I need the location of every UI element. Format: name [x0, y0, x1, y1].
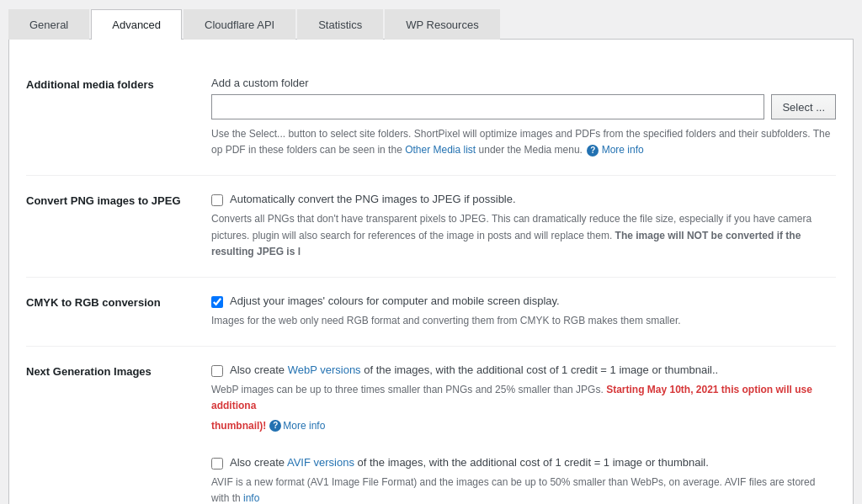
webp-checkbox-row: Also create WebP versions of the images,… [211, 363, 836, 377]
select-button[interactable]: Select ... [771, 94, 836, 119]
tab-advanced[interactable]: Advanced [91, 9, 182, 40]
tab-cloudflare[interactable]: Cloudflare API [184, 9, 295, 40]
section-additional-media: Additional media folders Add a custom fo… [26, 60, 836, 176]
folder-section-label: Add a custom folder [211, 77, 836, 89]
webp-help-icon: ? [269, 420, 281, 432]
webp-checkbox[interactable] [211, 365, 223, 377]
section-next-gen: Next Generation Images Also create WebP … [26, 347, 836, 504]
label-next-gen: Next Generation Images [26, 363, 211, 504]
webp-more-info-link[interactable]: More info [283, 418, 325, 434]
section-convert-png: Convert PNG images to JPEG Automatically… [26, 176, 836, 278]
webp-link[interactable]: WebP versions [288, 363, 364, 376]
avif-label: Also create AVIF versions of the images,… [230, 456, 709, 469]
control-next-gen: Also create WebP versions of the images,… [211, 363, 836, 504]
webp-description: WebP images can be up to three times sma… [211, 382, 836, 414]
avif-link[interactable]: AVIF versions [287, 456, 358, 469]
tab-general[interactable]: General [8, 9, 89, 40]
avif-checkbox-row: Also create AVIF versions of the images,… [211, 456, 836, 470]
section-cmyk: CMYK to RGB conversion Adjust your image… [26, 278, 836, 347]
folder-input-row: Select ... [211, 94, 836, 119]
convert-png-checkbox-row: Automatically convert the PNG images to … [211, 193, 836, 206]
cmyk-checkbox[interactable] [211, 296, 223, 308]
control-cmyk: Adjust your images' colours for computer… [211, 294, 836, 329]
other-media-list-link[interactable]: Other Media list [405, 144, 478, 156]
tab-bar: General Advanced Cloudflare API Statisti… [8, 8, 854, 40]
control-additional-media: Add a custom folder Select ... Use the S… [211, 77, 836, 158]
more-info-help-icon: ? [587, 145, 599, 157]
webp-more-info-row: thumbnail)! ? More info [211, 418, 836, 434]
tab-statistics[interactable]: Statistics [297, 9, 383, 40]
convert-png-checkbox[interactable] [211, 194, 223, 206]
webp-section: Also create WebP versions of the images,… [211, 363, 836, 434]
avif-description: AVIF is a new format (AV1 Image File For… [211, 475, 836, 504]
page-wrapper: General Advanced Cloudflare API Statisti… [0, 0, 862, 504]
tab-wp-resources[interactable]: WP Resources [385, 9, 499, 40]
convert-png-label: Automatically convert the PNG images to … [230, 193, 516, 205]
cmyk-checkbox-row: Adjust your images' colours for computer… [211, 294, 836, 308]
content-panel: Additional media folders Add a custom fo… [8, 40, 854, 504]
cmyk-label: Adjust your images' colours for computer… [230, 294, 560, 307]
more-info-link[interactable]: More info [602, 144, 644, 156]
additional-media-description: Use the Select... button to select site … [211, 126, 836, 158]
avif-more-info-link[interactable]: info [243, 492, 259, 504]
webp-label: Also create WebP versions of the images,… [230, 363, 718, 376]
cmyk-description: Images for the web only need RGB format … [211, 313, 836, 329]
folder-input[interactable] [211, 94, 764, 119]
label-additional-media: Additional media folders [26, 77, 211, 158]
avif-checkbox[interactable] [211, 458, 223, 470]
label-cmyk: CMYK to RGB conversion [26, 294, 211, 329]
control-convert-png: Automatically convert the PNG images to … [211, 193, 836, 260]
convert-png-description: Converts all PNGs that don't have transp… [211, 211, 836, 260]
avif-section: Also create AVIF versions of the images,… [211, 448, 836, 504]
label-convert-png: Convert PNG images to JPEG [26, 193, 211, 260]
